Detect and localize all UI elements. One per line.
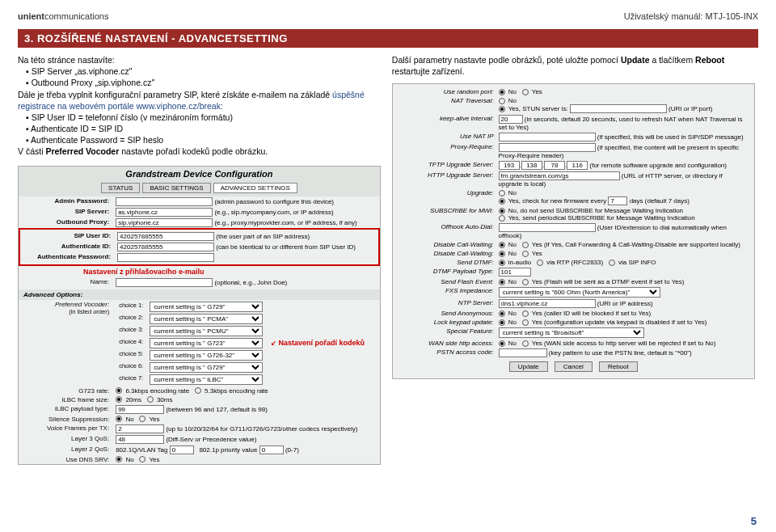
flash-no-radio[interactable] [499,279,505,285]
upg-days-input[interactable] [608,196,627,205]
cancel-button[interactable]: Cancel [555,361,593,372]
offhook-input[interactable] [499,223,596,232]
tftp-ip-2[interactable] [521,161,542,170]
lock-no-radio[interactable] [499,319,505,326]
dtmf-payload-input[interactable] [499,268,531,277]
voice-frames-input[interactable] [116,424,164,433]
priority-input[interactable] [259,445,284,454]
logo: unientcommunications [18,11,108,21]
dc-title: Grandstream Device Configuration [19,167,380,181]
lock-yes-radio[interactable] [522,319,529,326]
reboot-button[interactable]: Reboot [599,361,638,372]
red-caption-codecs: Nastavení pořadí kodeků [278,339,365,347]
dcw-no-radio[interactable] [499,251,505,257]
fxs-select[interactable]: current setting is "600 Ohm (North Ameri… [499,287,660,298]
admin-password-input[interactable] [116,197,213,206]
pstn-input[interactable] [499,348,547,357]
vocoder-choice-2[interactable]: current setting is " PCMA" [150,314,263,324]
vocoder-choice-6[interactable]: current setting is " G729" [150,362,263,373]
right-intro: Další parametry nastavte podle obrázků, … [392,54,755,77]
g723-63-radio[interactable] [116,387,122,394]
vocoder-choice-1[interactable]: current setting is " G729" [150,302,263,312]
silence-no-radio[interactable] [116,416,122,422]
random-yes-radio[interactable] [522,89,529,95]
device-config-panel: Grandstream Device Configuration STATUS … [18,166,381,465]
section-heading: 3. ROZŠÍŘENÉ NASTAVENÍ - ADVANCETSETTING [18,29,758,48]
stun-input[interactable] [570,104,667,113]
http-upgrade-input[interactable] [499,171,620,180]
credentials-box: SIP User ID: (the user part of an SIP ad… [19,228,380,266]
sip-userid-input[interactable] [117,232,214,241]
dtmf-audio-radio[interactable] [499,260,505,266]
tftp-ip-3[interactable] [544,161,565,170]
anon-yes-radio[interactable] [522,310,529,317]
dtmf-rtp-radio[interactable] [537,260,543,266]
page-number: 5 [751,515,757,527]
tftp-ip-4[interactable] [567,161,588,170]
mwi-no-radio[interactable] [499,208,505,214]
keepalive-input[interactable] [499,115,523,124]
auth-password-input[interactable] [117,253,214,262]
dtmf-sip-radio[interactable] [609,260,615,266]
ilbc-payload-input[interactable] [116,405,164,414]
ntp-input[interactable] [499,299,596,308]
mwi-yes-radio[interactable] [499,215,505,222]
anon-no-radio[interactable] [499,310,505,317]
vocoder-choice-3[interactable]: current setting is " PCMU" [150,326,263,336]
natip-input[interactable] [499,133,596,141]
nat-yes-radio[interactable] [499,106,505,112]
ilbc-30-radio[interactable] [147,396,154,403]
auth-id-input[interactable] [117,243,214,251]
sip-server-input[interactable] [116,208,213,217]
flash-yes-radio[interactable] [522,279,529,285]
nat-no-radio[interactable] [499,98,505,104]
wan-no-radio[interactable] [499,340,505,347]
vlan-tag-input[interactable] [170,445,194,454]
advanced-options-head: Advanced Options: [19,289,380,300]
layer3-qos-input[interactable] [116,435,164,444]
dns-no-radio[interactable] [116,456,122,462]
page-header: unientcommunications Uživatelský manuál:… [18,11,758,21]
name-input[interactable] [116,278,213,287]
red-caption-credentials: Nastavení z přihlašovacího e-mailu [19,266,380,277]
proxy-require-input[interactable] [499,143,596,152]
update-button[interactable]: Update [509,361,548,372]
special-feature-select[interactable]: current setting is "Broadsoft" [499,327,644,338]
random-no-radio[interactable] [499,89,505,95]
fwd-yes-radio[interactable] [522,242,529,248]
intro-text: Na této stránce nastavíte: SIP Server „a… [18,54,381,158]
vocoder-choice-4[interactable]: current setting is " G723" [150,338,263,348]
tab-status[interactable]: STATUS [101,183,140,193]
outbound-proxy-input[interactable] [116,218,213,227]
wan-yes-radio[interactable] [522,340,529,347]
silence-yes-radio[interactable] [139,416,146,422]
upg-yes-radio[interactable] [499,198,505,205]
dcw-yes-radio[interactable] [522,251,529,257]
manual-title: Uživatelský manuál: MTJ-105-INX [624,11,758,21]
tftp-ip-1[interactable] [499,161,520,170]
arrow-icon: ↙ [271,340,276,347]
vocoder-choice-5[interactable]: current setting is " G726-32" [150,350,263,361]
upg-no-radio[interactable] [499,190,505,196]
tab-advanced[interactable]: ADVANCED SETTINGS [213,183,297,193]
ilbc-20-radio[interactable] [116,396,122,403]
dc-tabs: STATUS BASIC SETTINGS ADVANCED SETTINGS [19,181,380,196]
vocoder-choice-7[interactable]: current setting is " iLBC" [150,374,263,385]
dns-yes-radio[interactable] [139,456,146,462]
fwd-no-radio[interactable] [499,242,505,248]
tab-basic[interactable]: BASIC SETTINGS [142,183,210,193]
g723-53-radio[interactable] [195,387,201,394]
settings-panel: Use random port: No Yes NAT Traversal: N… [392,83,755,379]
